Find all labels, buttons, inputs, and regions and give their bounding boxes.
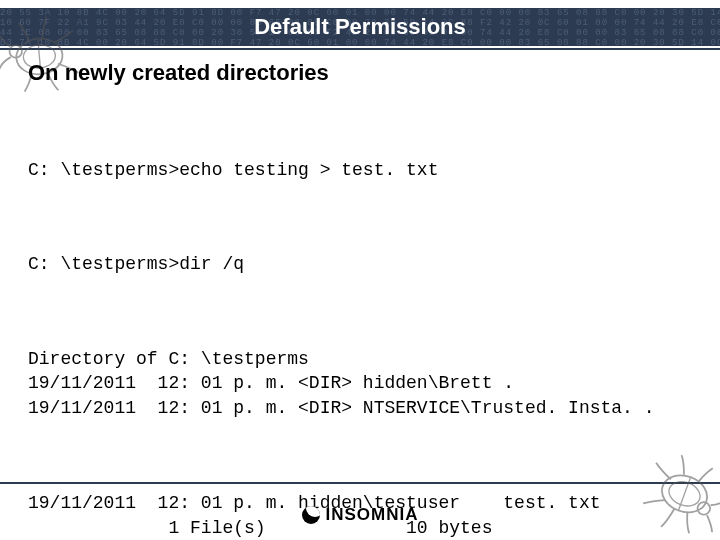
terminal-row-1: 19/11/2011 12: 01 p. m. <DIR> hidden\Bre… [28, 373, 514, 393]
terminal-output: C: \testperms>echo testing > test. txt C… [28, 108, 692, 540]
header-underline [0, 48, 720, 50]
terminal-listing-header: Directory of C: \testperms [28, 349, 309, 369]
slide-title: Default Permissions [254, 14, 466, 40]
brand-name: INSOMNIA [326, 505, 419, 525]
slide-header-band: 20 55 3A 10 8B 4C 00 20 64 5D 91 8D 00 F… [0, 8, 720, 46]
slide-content: On newly created directories C: \testper… [28, 60, 692, 540]
terminal-cmd-2: C: \testperms>dir /q [28, 252, 692, 277]
eclipse-icon [302, 506, 320, 524]
slide-footer: INSOMNIA [0, 490, 720, 540]
terminal-row-2: 19/11/2011 12: 01 p. m. <DIR> NTSERVICE\… [28, 398, 655, 418]
svg-point-3 [9, 45, 22, 58]
brand-logo: INSOMNIA [302, 505, 419, 525]
section-heading: On newly created directories [28, 60, 692, 86]
terminal-listing-block: Directory of C: \testperms 19/11/2011 12… [28, 347, 692, 421]
footer-divider [0, 482, 720, 484]
terminal-cmd-1: C: \testperms>echo testing > test. txt [28, 158, 692, 183]
